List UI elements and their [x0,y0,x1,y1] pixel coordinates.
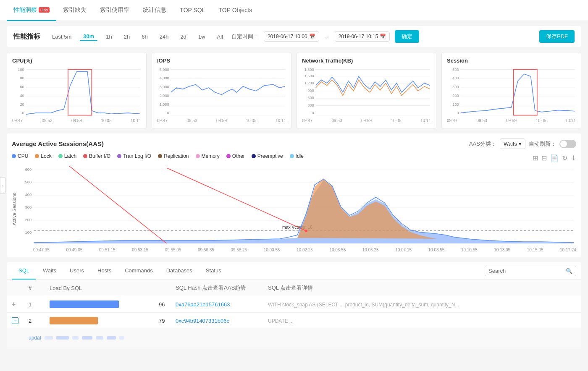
save-pdf-button[interactable]: 保存PDF [539,30,575,43]
legend-dot-preemptive [252,154,256,158]
nav-tab-idx-usage[interactable]: 索引使用率 [93,0,136,21]
hash-link-1[interactable]: 0xa76aa21e15761663 [176,301,230,308]
sql-cell-1[interactable]: WITH stock_snap AS (SELECT ... product_i… [263,296,581,313]
hash-link-2[interactable]: 0xc94b91407331b06c [176,318,229,324]
svg-text:500: 500 [25,180,32,184]
time-btn-last5m[interactable]: Last 5m [49,33,75,41]
legend-bufferio: Buffer I/O [83,153,110,159]
expand-cell-2[interactable]: − [7,313,24,329]
sub-bar-6 [107,336,116,340]
chart-expand-icon[interactable]: ⊞ [533,154,538,162]
bottom-section: SQL Waits Users Hosts Commands Databases [7,262,581,347]
nav-tab-stats[interactable]: 统计信息 [136,0,173,21]
data-table: # Load By SQL SQL Hash 点击查看AAS趋势 SQL 点击查… [7,280,581,347]
expand-cell-1[interactable]: + [7,296,24,313]
tab-waits[interactable]: Waits [36,262,63,280]
num-cell-1: 1 [24,296,45,313]
svg-text:200: 200 [25,218,32,222]
svg-text:2,000: 2,000 [160,93,169,98]
network-card-title: Network Traffic(KB) [302,57,431,64]
svg-text:60: 60 [20,84,24,89]
time-btn-2d[interactable]: 2d [177,33,189,41]
time-btn-1h[interactable]: 1h [102,33,115,41]
svg-text:80: 80 [20,76,24,80]
confirm-button[interactable]: 确定 [395,30,419,43]
calendar-icon-start[interactable]: 📅 [309,34,315,39]
start-time-input[interactable]: 2019-06-17 10:00 📅 [264,31,319,42]
chart-icons: ⊞ ⊟ 📄 ↻ ⤓ [533,154,576,162]
svg-text:300: 300 [307,103,314,107]
time-btn-1w[interactable]: 1w [195,33,209,41]
chevron-down-icon: ▾ [519,141,522,147]
auto-refresh-toggle[interactable] [559,140,576,148]
sql-cell-2[interactable]: UPDATE ... [263,313,581,329]
legend-label-cpu: CPU [18,153,28,159]
chart-refresh-icon[interactable]: ↻ [562,154,567,162]
chart-compress-icon[interactable]: ⊟ [541,154,547,162]
calendar-icon-end[interactable]: 📅 [380,34,386,39]
network-chart: 1,800 1,500 1,200 900 600 300 0 [302,67,431,118]
chart-document-icon[interactable]: 📄 [550,154,559,162]
search-input[interactable] [488,268,564,274]
legend-dot-bufferio [83,154,87,158]
aas-classification-select[interactable]: Waits ▾ [500,138,525,149]
svg-text:1,200: 1,200 [304,81,314,85]
sub-row-label: updat [29,335,41,341]
aas-controls: AAS分类： Waits ▾ 自动刷新： [469,138,576,149]
tab-users[interactable]: Users [63,262,91,280]
aas-auto-refresh-label: 自动刷新： [529,140,556,148]
legend-replication: Replication [158,153,189,159]
tab-sql-label: SQL [18,267,29,274]
sidebar-toggle[interactable]: ‹ [0,177,6,194]
nav-tab-perf[interactable]: 性能洞察 new [7,0,56,21]
svg-text:100: 100 [18,67,24,72]
hash-cell-2[interactable]: 0xc94b91407331b06c [171,313,263,329]
nav-tab-top-sql[interactable]: TOP SQL [173,0,212,21]
legend-dot-latch [58,154,63,158]
app-container: ‹ 性能洞察 new 索引缺失 索引使用率 统计信息 TOP SQL TOP O… [0,0,588,371]
tab-users-label: Users [70,267,84,274]
nav-tab-top-obj[interactable]: TOP Objects [212,0,259,21]
th-hash: SQL Hash 点击查看AAS趋势 [171,280,263,296]
time-btn-30m[interactable]: 30m [80,32,97,41]
tab-databases[interactable]: Databases [160,262,199,280]
tab-status[interactable]: Status [199,262,228,280]
perf-title: 性能指标 [13,32,40,41]
svg-text:0: 0 [167,110,169,115]
expand-icon-1[interactable]: + [12,300,16,308]
th-load-val [154,280,171,296]
hash-cell-1[interactable]: 0xa76aa21e15761663 [171,296,263,313]
bar-value-1: 96 [154,296,171,313]
svg-text:20: 20 [20,102,24,106]
chart-download-icon[interactable]: ⤓ [571,154,576,162]
time-btn-2h[interactable]: 2h [121,33,133,41]
collapse-icon-2[interactable]: − [12,317,18,324]
svg-text:5,000: 5,000 [160,67,169,72]
svg-text:900: 900 [307,88,314,93]
new-badge: new [39,7,50,13]
session-chart: 500 400 300 200 100 0 [447,67,576,118]
tab-sql[interactable]: SQL [12,262,36,280]
tab-status-label: Status [206,267,221,274]
legend-other: Other [226,153,245,159]
svg-text:0: 0 [457,110,459,115]
sql-preview-2: UPDATE ... [268,318,294,324]
custom-time-label: 自定时间： [231,33,259,40]
sub-bar-2 [56,336,69,340]
svg-text:3,000: 3,000 [160,84,169,89]
table-row-2: − 2 79 0xc94b91407331b06c [7,313,581,329]
tab-commands[interactable]: Commands [118,262,159,280]
tab-hosts[interactable]: Hosts [91,262,118,280]
cpu-chart: 100 80 60 40 20 0 [12,67,141,118]
svg-text:400: 400 [452,76,459,80]
time-btn-24h[interactable]: 24h [156,33,172,41]
end-time-input[interactable]: 2019-06-17 10:15 📅 [335,31,390,42]
nav-tab-idx-missing[interactable]: 索引缺失 [56,0,93,21]
time-btn-all[interactable]: All [213,33,226,41]
main-content: 性能指标 Last 5m 30m 1h 2h 6h 24h 2d 1w All … [0,21,588,371]
legend-cpu: CPU [12,153,28,159]
search-box[interactable]: 🔍 [485,266,576,276]
aas-chart-svg: 600 500 400 300 200 100 [18,166,576,246]
legend-row: CPU Lock Latch Buffer I/O [12,153,304,159]
time-btn-6h[interactable]: 6h [138,33,151,41]
